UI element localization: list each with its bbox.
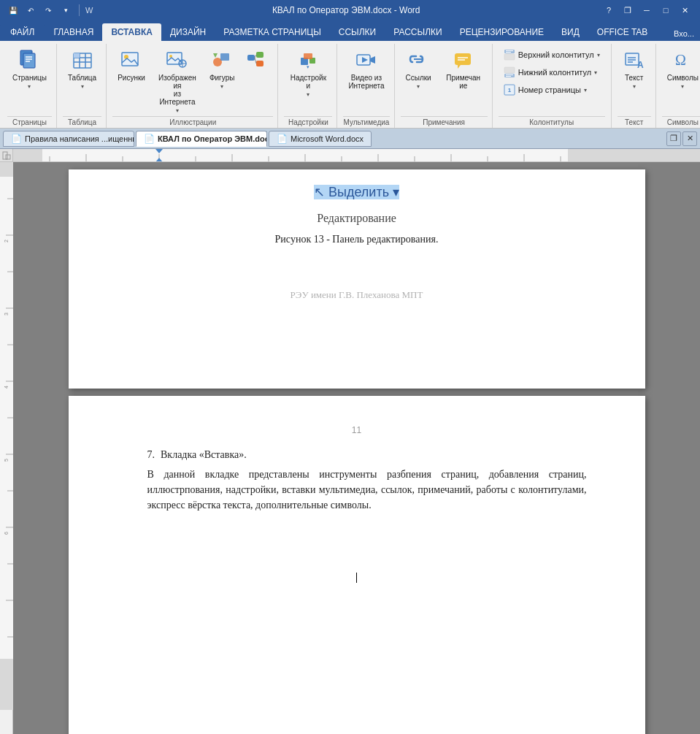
online-pictures-button[interactable]: Изображенияиз Интернета ▾	[153, 47, 201, 116]
svg-rect-11	[122, 53, 138, 66]
shapes-arrow: ▾	[220, 83, 223, 90]
svg-text:5: 5	[4, 459, 9, 462]
maximize-btn[interactable]: □	[656, 3, 675, 18]
redo-btn[interactable]: ↷	[41, 3, 55, 18]
ribbon-group-table: Таблица ▾ Таблица	[58, 44, 107, 128]
footer-arrow: ▾	[594, 69, 597, 76]
comment-label: Примечание	[445, 74, 482, 90]
text-button[interactable]: A Текст ▾	[618, 47, 651, 92]
body-text[interactable]: В данной вкладке представлены инструмент…	[127, 467, 587, 513]
ribbon-group-media: Видео изИнтернета Мультимедиа	[339, 44, 394, 128]
save-btn[interactable]: 💾	[6, 3, 20, 18]
doc-tab-kval-icon: 📄	[144, 134, 155, 144]
svg-rect-22	[256, 52, 264, 58]
restore-small-btn[interactable]: ❐	[618, 3, 637, 18]
comment-icon	[452, 49, 475, 72]
document-page-1[interactable]: ↖ Выделить ▾ Редактирование Рисунок 13 -…	[69, 169, 645, 389]
document-scroll-area[interactable]: ↖ Выделить ▾ Редактирование Рисунок 13 -…	[13, 162, 700, 734]
video-label: Видео изИнтернета	[348, 74, 384, 90]
svg-rect-58	[568, 149, 700, 161]
symbols-button[interactable]: Ω Символы ▾	[662, 47, 700, 92]
pages-button[interactable]: Страницы ▾	[7, 47, 52, 92]
online-pics-arrow: ▾	[176, 107, 179, 114]
tab-layout[interactable]: РАЗМЕТКА СТРАНИЦЫ	[215, 23, 330, 41]
window-title: КВАЛ по Оператор ЭВМ.docx - Word	[93, 5, 599, 15]
doc-tab-rules[interactable]: 📄 Правила написания ...ищенный просмотр)	[3, 131, 134, 147]
vertical-ruler[interactable]: 2 3 4 5 6	[0, 162, 13, 734]
svg-rect-13	[167, 53, 182, 64]
pagenum-arrow: ▾	[584, 87, 587, 93]
svg-line-24	[255, 55, 256, 58]
ribbon-group-headerfooter: Верхний колонтитул ▾ Нижний колонтитул ▾	[494, 44, 612, 128]
svg-rect-34	[455, 53, 471, 65]
svg-marker-35	[458, 65, 461, 69]
smartart-button[interactable]	[242, 47, 273, 76]
tab-officetab[interactable]: OFFICE TAB	[588, 23, 657, 41]
help-btn[interactable]: ?	[599, 3, 618, 18]
text-group-label: Текст	[618, 116, 651, 128]
addins-button[interactable]: ▾ Надстройки ▾	[284, 47, 332, 100]
svg-rect-21	[247, 55, 255, 61]
svg-text:3: 3	[4, 313, 9, 316]
header-button[interactable]: Верхний колонтитул ▾	[499, 47, 605, 63]
symbols-icon: Ω	[671, 49, 694, 72]
hyperlink-button[interactable]: Ссылки ▾	[401, 47, 436, 92]
tab-view[interactable]: ВИД	[553, 23, 588, 41]
minimize-btn[interactable]: ─	[637, 3, 656, 18]
section-title: Редактирование	[317, 212, 396, 224]
ribbon-tabs-bar: ФАЙЛ ГЛАВНАЯ ВСТАВКА ДИЗАЙН РАЗМЕТКА СТР…	[0, 20, 700, 41]
table-dropdown-arrow: ▾	[81, 83, 84, 90]
tab-ctrl-restore[interactable]: ❐	[666, 131, 681, 146]
doc-tab-kval[interactable]: 📄 КВАЛ по Оператор ЭВМ.docx * ✕	[136, 131, 267, 147]
table-button[interactable]: Таблица ▾	[63, 47, 101, 92]
shapes-button[interactable]: Фигуры ▾	[204, 47, 239, 92]
numbered-item-7: 7. Вкладка «Вставка».	[127, 447, 587, 462]
svg-text:Ω: Ω	[675, 52, 686, 68]
footer-icon	[504, 66, 515, 78]
pagenum-icon: 1	[504, 84, 515, 96]
tab-design[interactable]: ДИЗАЙН	[161, 23, 215, 41]
tab-file[interactable]: ФАЙЛ	[0, 23, 45, 41]
video-button[interactable]: Видео изИнтернета	[343, 47, 389, 92]
doc-tab-rules-icon: 📄	[11, 134, 22, 144]
svg-text:▾: ▾	[307, 64, 309, 69]
comment-button[interactable]: Примечание	[439, 47, 488, 92]
addins-arrow: ▾	[307, 91, 309, 98]
svg-rect-57	[13, 149, 42, 161]
addins-label: Надстройки	[289, 74, 327, 90]
addins-icon: ▾	[296, 49, 320, 72]
footer-button[interactable]: Нижний колонтитул ▾	[499, 64, 605, 80]
doc-tab-word-label: Microsoft Word.docx	[291, 134, 364, 143]
symbols-arrow: ▾	[681, 83, 684, 90]
doc-tabs-bar: 📄 Правила написания ...ищенный просмотр)…	[0, 129, 700, 149]
tab-review[interactable]: РЕЦЕНЗИРОВАНИЕ	[451, 23, 553, 41]
pages-label: Страницы	[12, 74, 47, 82]
tab-home[interactable]: ГЛАВНАЯ	[45, 23, 102, 41]
doc-tab-rules-label: Правила написания ...ищенный просмотр)	[25, 134, 134, 143]
svg-text:2: 2	[4, 240, 9, 242]
undo-btn[interactable]: ↶	[23, 3, 38, 18]
hyperlink-arrow: ▾	[417, 83, 420, 90]
pictures-button[interactable]: Рисунки	[112, 47, 150, 84]
pages-icon	[18, 49, 41, 72]
item-title: Вкладка «Вставка».	[161, 447, 247, 462]
ribbon-group-illustrations: Рисунки Изображенияиз Интернета ▾	[108, 44, 278, 128]
main-area: 2 3 4 5 6 ↖ Выделить ▾ Редактирование Ри…	[0, 162, 700, 734]
ruler-corner[interactable]	[0, 149, 13, 161]
tab-ctrl-close[interactable]: ✕	[682, 131, 697, 146]
symbols-label: Символы	[667, 74, 699, 82]
close-btn[interactable]: ✕	[675, 3, 694, 18]
tab-insert[interactable]: ВСТАВКА	[102, 23, 161, 41]
tab-mailings[interactable]: РАССЫЛКИ	[385, 23, 450, 41]
horizontal-ruler[interactable]	[13, 149, 700, 161]
qat-more-btn[interactable]: ▾	[58, 3, 73, 18]
pictures-icon	[120, 49, 143, 72]
doc-tab-word[interactable]: 📄 Microsoft Word.docx	[269, 131, 372, 147]
svg-rect-28	[304, 53, 312, 59]
online-pictures-icon	[166, 49, 189, 72]
pages-dropdown-arrow: ▾	[28, 83, 31, 90]
document-page-2[interactable]: 11 7. Вкладка «Вставка». В данной вкладк…	[69, 396, 645, 734]
tab-references[interactable]: ССЫЛКИ	[330, 23, 385, 41]
pagenum-button[interactable]: 1 Номер страницы ▾	[499, 82, 605, 98]
table-group-label: Таблица	[63, 116, 101, 128]
